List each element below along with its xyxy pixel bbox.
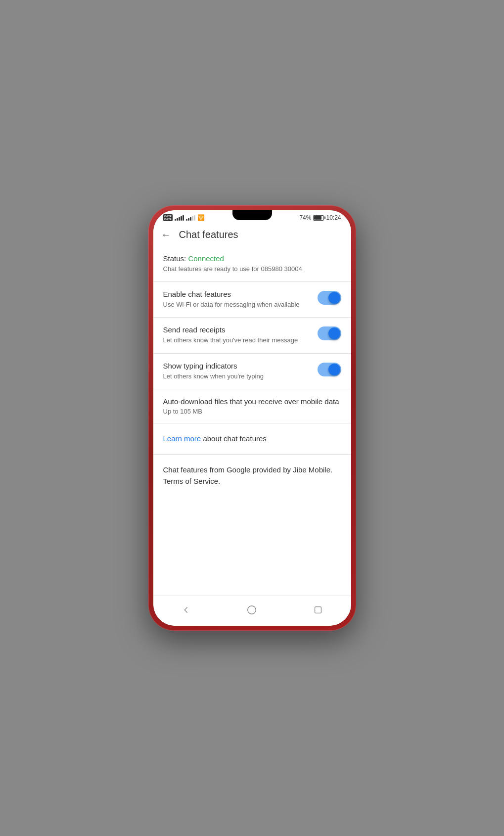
status-right: 74% 10:24: [299, 214, 341, 221]
auto-download-section[interactable]: Auto-download files that you receive ove…: [153, 389, 351, 423]
signal-bars-2: [186, 215, 195, 221]
show-typing-desc: Let others know when you're typing: [163, 372, 310, 381]
screen: VoLTEVoLTE 🛜: [153, 210, 351, 626]
send-read-receipts-row[interactable]: Send read receipts Let others know that …: [153, 318, 351, 353]
phone-outer: VoLTEVoLTE 🛜: [148, 205, 356, 631]
status-left: VoLTEVoLTE 🛜: [163, 214, 205, 221]
enable-chat-slider: [318, 291, 341, 305]
back-nav-icon: [181, 604, 191, 615]
show-typing-toggle[interactable]: [318, 363, 341, 376]
svg-rect-1: [315, 607, 321, 613]
enable-chat-row[interactable]: Enable chat features Use Wi-Fi or data f…: [153, 282, 351, 318]
terms-text: Chat features from Google provided by Ji…: [163, 464, 341, 487]
notch: [232, 210, 272, 220]
status-description: Chat features are ready to use for 08598…: [163, 265, 341, 274]
status-value: Connected: [188, 254, 224, 263]
battery-icon: [313, 215, 324, 221]
show-typing-row[interactable]: Show typing indicators Let others know w…: [153, 354, 351, 389]
show-typing-title: Show typing indicators: [163, 362, 310, 370]
learn-more-suffix: about chat features: [201, 434, 267, 443]
home-nav-icon: [246, 604, 257, 615]
recents-nav-icon: [313, 604, 323, 615]
recents-nav-button[interactable]: [309, 601, 327, 619]
auto-download-subtitle: Up to 105 MB: [163, 408, 341, 415]
send-read-receipts-text: Send read receipts Let others know that …: [163, 325, 310, 345]
send-read-receipts-slider: [318, 326, 341, 340]
learn-more-text: Learn more about chat features: [163, 434, 267, 443]
learn-more-section: Learn more about chat features: [153, 423, 351, 455]
show-typing-text: Show typing indicators Let others know w…: [163, 362, 310, 381]
volte-badge: VoLTEVoLTE: [163, 214, 173, 221]
enable-chat-title: Enable chat features: [163, 290, 310, 298]
enable-chat-toggle[interactable]: [318, 291, 341, 305]
show-typing-slider: [318, 363, 341, 376]
home-nav-button[interactable]: [243, 601, 261, 619]
content-area: Status: Connected Chat features are read…: [153, 246, 351, 596]
send-read-receipts-toggle[interactable]: [318, 326, 341, 340]
back-button[interactable]: ←: [161, 229, 171, 240]
enable-chat-text: Enable chat features Use Wi-Fi or data f…: [163, 290, 310, 309]
time-display: 10:24: [326, 214, 341, 221]
page-title: Chat features: [179, 229, 238, 240]
auto-download-title: Auto-download files that you receive ove…: [163, 397, 341, 406]
send-read-receipts-title: Send read receipts: [163, 325, 310, 334]
status-section: Status: Connected Chat features are read…: [153, 246, 351, 282]
wifi-icon: 🛜: [197, 214, 205, 221]
terms-section: Chat features from Google provided by Ji…: [153, 455, 351, 497]
phone-inner: VoLTEVoLTE 🛜: [153, 210, 351, 626]
back-nav-button[interactable]: [177, 601, 195, 619]
enable-chat-desc: Use Wi-Fi or data for messaging when ava…: [163, 300, 310, 309]
status-label: Status: Connected: [163, 254, 341, 263]
nav-bar: [153, 596, 351, 626]
svg-point-0: [248, 606, 256, 614]
learn-more-link[interactable]: Learn more: [163, 434, 201, 443]
battery-percent: 74%: [299, 214, 311, 221]
app-bar: ← Chat features: [153, 223, 351, 246]
send-read-receipts-desc: Let others know that you've read their m…: [163, 336, 310, 345]
signal-bars-1: [175, 215, 184, 221]
